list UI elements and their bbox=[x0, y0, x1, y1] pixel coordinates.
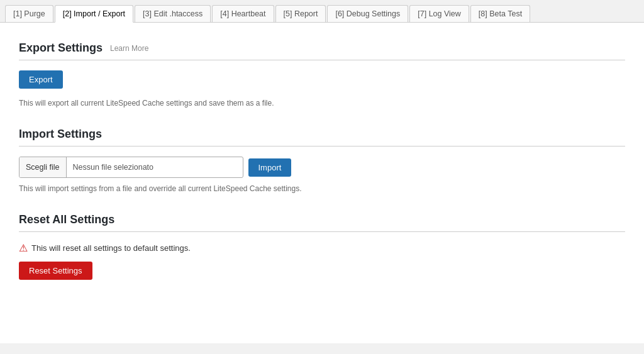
export-description: This will export all current LiteSpeed C… bbox=[19, 99, 625, 108]
warning-icon: ⚠ bbox=[19, 242, 28, 254]
import-section-title: Import Settings bbox=[19, 128, 102, 141]
file-input-row: Scegli file Nessun file selezionato Impo… bbox=[19, 157, 625, 178]
reset-warning-text: This will reset all settings to default … bbox=[31, 243, 191, 253]
export-section-header: Export Settings Learn More bbox=[19, 41, 625, 60]
tab-debug-settings[interactable]: [6] Debug Settings bbox=[327, 5, 408, 22]
tab-log-view[interactable]: [7] Log View bbox=[409, 5, 469, 22]
tab-purge[interactable]: [1] Purge bbox=[5, 5, 53, 22]
file-name-display: Nessun file selezionato bbox=[67, 163, 243, 172]
reset-section-title: Reset All Settings bbox=[19, 213, 114, 226]
choose-file-button[interactable]: Scegli file bbox=[19, 157, 67, 177]
reset-section-header: Reset All Settings bbox=[19, 213, 625, 232]
reset-warning: ⚠ This will reset all settings to defaul… bbox=[19, 242, 625, 254]
tab-import-export[interactable]: [2] Import / Export bbox=[55, 5, 133, 23]
export-section-title: Export Settings bbox=[19, 41, 103, 55]
import-section: Import Settings Scegli file Nessun file … bbox=[19, 128, 625, 193]
reset-section: Reset All Settings ⚠ This will reset all… bbox=[19, 213, 625, 280]
import-button[interactable]: Import bbox=[248, 158, 292, 177]
content-area: Export Settings Learn More Export This w… bbox=[0, 23, 644, 343]
reset-settings-button[interactable]: Reset Settings bbox=[19, 262, 92, 280]
export-button[interactable]: Export bbox=[19, 70, 63, 89]
tab-beta-test[interactable]: [8] Beta Test bbox=[470, 5, 530, 22]
tab-heartbeat[interactable]: [4] Heartbeat bbox=[212, 5, 274, 22]
tab-report[interactable]: [5] Report bbox=[275, 5, 326, 22]
export-learn-more-link[interactable]: Learn More bbox=[110, 44, 148, 53]
export-section: Export Settings Learn More Export This w… bbox=[19, 41, 625, 108]
tab-edit-htaccess[interactable]: [3] Edit .htaccess bbox=[135, 5, 211, 22]
import-description: This will import settings from a file an… bbox=[19, 184, 625, 193]
tabs-bar: [1] Purge[2] Import / Export[3] Edit .ht… bbox=[0, 0, 644, 23]
file-input-container: Scegli file Nessun file selezionato bbox=[19, 157, 243, 178]
import-section-header: Import Settings bbox=[19, 128, 625, 147]
